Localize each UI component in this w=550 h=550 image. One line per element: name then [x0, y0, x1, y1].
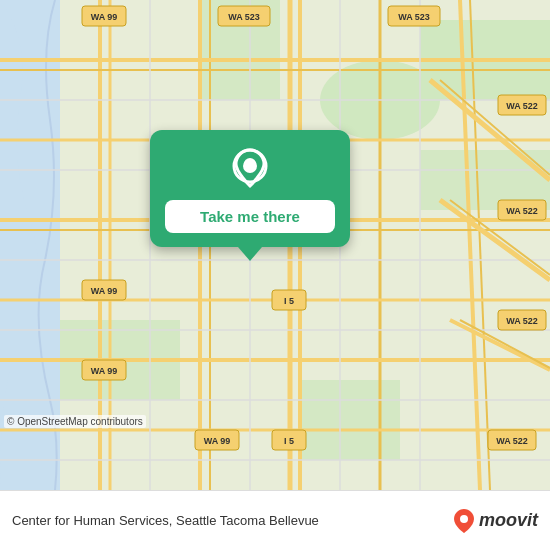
- moovit-brand-text: moovit: [479, 510, 538, 531]
- pin-icon-container: [228, 148, 272, 192]
- svg-text:I 5: I 5: [284, 296, 294, 306]
- take-me-there-button[interactable]: Take me there: [165, 200, 335, 233]
- svg-text:WA 523: WA 523: [228, 12, 260, 22]
- moovit-logo: moovit: [453, 508, 538, 534]
- moovit-pin-icon: [453, 508, 475, 534]
- svg-rect-5: [300, 380, 400, 460]
- svg-text:WA 522: WA 522: [496, 436, 528, 446]
- svg-text:WA 99: WA 99: [204, 436, 231, 446]
- svg-point-68: [244, 158, 256, 170]
- svg-text:WA 522: WA 522: [506, 101, 538, 111]
- location-pin-icon: [228, 148, 272, 192]
- svg-text:WA 99: WA 99: [91, 366, 118, 376]
- location-label: Center for Human Services, Seattle Tacom…: [12, 513, 453, 528]
- osm-attribution: © OpenStreetMap contributors: [4, 415, 146, 428]
- svg-text:WA 522: WA 522: [506, 206, 538, 216]
- svg-text:WA 99: WA 99: [91, 286, 118, 296]
- svg-text:I 5: I 5: [284, 436, 294, 446]
- svg-text:WA 522: WA 522: [506, 316, 538, 326]
- svg-text:WA 99: WA 99: [91, 12, 118, 22]
- svg-point-69: [460, 515, 468, 523]
- popup-card: Take me there: [150, 130, 350, 247]
- svg-text:WA 523: WA 523: [398, 12, 430, 22]
- bottom-bar: Center for Human Services, Seattle Tacom…: [0, 490, 550, 550]
- map-container: WA 99 WA 523 WA 523 WA 522 WA 522 WA 522…: [0, 0, 550, 490]
